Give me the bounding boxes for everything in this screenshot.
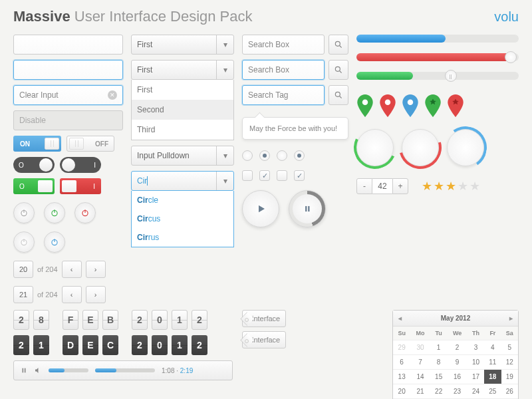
pager-prev[interactable]: ‹	[62, 261, 82, 278]
calendar-prev[interactable]: ◂	[398, 315, 402, 322]
calendar-day[interactable]: 17	[467, 370, 484, 384]
autocomplete-option[interactable]: Circus	[132, 209, 233, 228]
star-icon[interactable]: ★	[422, 179, 432, 194]
play-button[interactable]	[242, 190, 279, 227]
calendar-day[interactable]: 22	[430, 384, 447, 399]
dropdown-option[interactable]: Second	[132, 100, 233, 120]
power-button-green[interactable]	[44, 202, 65, 223]
text-input-empty[interactable]	[13, 35, 123, 55]
checkbox[interactable]	[277, 170, 287, 181]
flip-tile: D	[63, 335, 78, 355]
star-icon[interactable]: ★	[446, 179, 456, 194]
calendar-day[interactable]: 29	[393, 340, 410, 355]
calendar-day[interactable]: 3	[467, 340, 484, 355]
calendar-day[interactable]: 25	[484, 384, 501, 399]
square-toggle-red[interactable]: I	[60, 178, 101, 194]
radio-checked[interactable]	[294, 150, 305, 161]
speaker-icon[interactable]	[34, 366, 42, 374]
slider-handle[interactable]: ||	[445, 70, 457, 82]
calendar-day[interactable]: 18	[484, 370, 501, 384]
pause-button[interactable]	[289, 190, 326, 227]
search-tag-input[interactable]: Search Tag	[242, 85, 325, 105]
slider-red[interactable]	[356, 53, 519, 61]
dial-blue[interactable]	[447, 129, 484, 166]
calendar-day[interactable]: 5	[501, 340, 518, 355]
checkbox-checked[interactable]: ✓	[294, 170, 305, 181]
slider-handle[interactable]	[505, 51, 517, 63]
search-button[interactable]	[329, 60, 348, 80]
calendar-day[interactable]: 14	[410, 370, 430, 384]
autocomplete-option[interactable]: Circle	[132, 191, 233, 209]
autocomplete-input[interactable]: Cir▾	[131, 171, 234, 191]
calendar-day[interactable]: 19	[501, 370, 518, 384]
slider-green[interactable]: ||	[356, 72, 519, 80]
text-input-focused[interactable]	[13, 60, 123, 80]
select-open[interactable]: First▾	[131, 60, 234, 80]
calendar-day[interactable]: 8	[430, 355, 447, 370]
clear-input[interactable]: Clear Input✕	[13, 85, 123, 105]
calendar-day[interactable]: 24	[467, 384, 484, 399]
pager-next[interactable]: ›	[86, 261, 106, 278]
power-button-off[interactable]	[13, 231, 35, 253]
power-button-grey[interactable]	[13, 202, 35, 223]
dial-red[interactable]	[402, 129, 439, 166]
stepper-value[interactable]: 42	[372, 178, 392, 194]
select-pulldown[interactable]: Input Pulldown▾	[131, 146, 234, 166]
search-button[interactable]	[329, 35, 348, 55]
calendar-day[interactable]: 13	[393, 370, 410, 384]
calendar-day[interactable]: 1	[430, 340, 447, 355]
calendar-day[interactable]: 12	[501, 355, 518, 370]
search-input-active[interactable]: Search Box	[242, 60, 325, 80]
calendar-day[interactable]: 23	[447, 384, 467, 399]
radio[interactable]	[277, 150, 287, 161]
calendar-day[interactable]: 21	[410, 384, 430, 399]
star-icon[interactable]: ★	[469, 179, 480, 194]
radio[interactable]	[242, 150, 253, 161]
calendar-day[interactable]: 30	[410, 340, 430, 355]
pill-toggle-off[interactable]: I	[60, 157, 101, 173]
autocomplete-option[interactable]: Cirrus	[132, 228, 233, 247]
pager-next[interactable]: ›	[86, 286, 106, 303]
stepper-minus[interactable]: -	[356, 178, 372, 194]
calendar-day[interactable]: 10	[467, 355, 484, 370]
calendar-day[interactable]: 26	[501, 384, 518, 399]
star-rating[interactable]: ★★★★★	[422, 179, 480, 194]
pager-prev[interactable]: ‹	[62, 286, 82, 303]
square-toggle-green[interactable]: O	[13, 178, 55, 194]
checkbox-checked[interactable]: ✓	[259, 170, 270, 181]
page-number[interactable]: 21	[13, 286, 33, 303]
calendar-day[interactable]: 4	[484, 340, 501, 355]
star-icon[interactable]: ★	[458, 179, 468, 194]
volume-slider[interactable]	[49, 368, 88, 372]
calendar-day[interactable]: 6	[393, 355, 410, 370]
search-button[interactable]	[329, 85, 348, 105]
clear-icon[interactable]: ✕	[108, 90, 117, 100]
pill-toggle-on[interactable]: O	[13, 157, 55, 173]
dropdown-option[interactable]: First	[132, 80, 233, 100]
dropdown-option[interactable]: Third	[132, 120, 233, 140]
checkbox[interactable]	[242, 170, 253, 181]
search-input[interactable]: Search Box	[242, 35, 325, 55]
pause-icon[interactable]	[21, 367, 27, 374]
star-icon[interactable]: ★	[434, 179, 444, 194]
power-button-red[interactable]	[74, 202, 96, 223]
calendar-day[interactable]: 2	[447, 340, 467, 355]
toggle-off[interactable]: OFF	[66, 136, 114, 152]
select-first[interactable]: First▾	[131, 35, 234, 55]
tag[interactable]: interface	[242, 331, 286, 348]
dial-green[interactable]	[356, 129, 394, 166]
power-button-blue[interactable]	[44, 231, 65, 253]
calendar-day[interactable]: 20	[393, 384, 410, 399]
calendar-day[interactable]: 7	[410, 355, 430, 370]
tag[interactable]: interface	[242, 310, 286, 327]
calendar-day[interactable]: 15	[430, 370, 447, 384]
track-slider[interactable]	[95, 368, 155, 372]
toggle-on[interactable]: ON	[13, 136, 61, 152]
calendar-day[interactable]: 9	[447, 355, 467, 370]
calendar-day[interactable]: 16	[447, 370, 467, 384]
page-number[interactable]: 20	[13, 261, 33, 278]
stepper-plus[interactable]: +	[392, 178, 408, 194]
calendar-next[interactable]: ▸	[509, 315, 513, 322]
radio-checked[interactable]	[259, 150, 270, 161]
calendar-day[interactable]: 11	[484, 355, 501, 370]
